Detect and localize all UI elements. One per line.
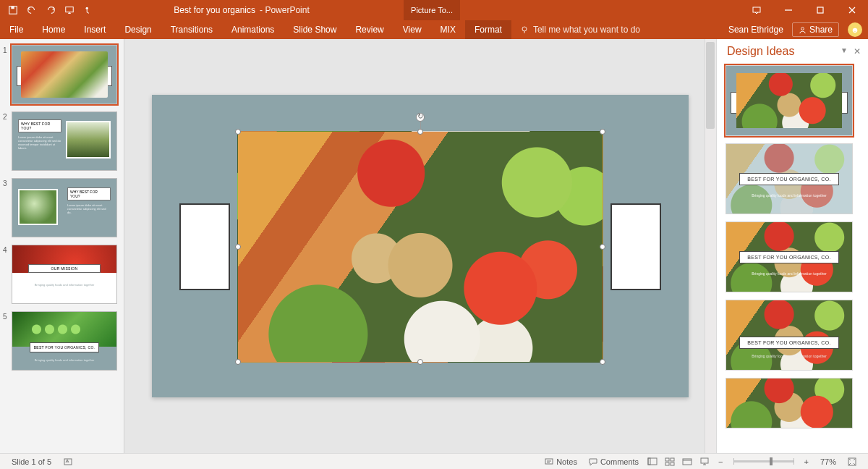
touch-mode-icon[interactable] <box>82 4 94 16</box>
fit-to-window-icon[interactable] <box>842 457 862 466</box>
selected-picture[interactable] <box>237 131 603 363</box>
svg-rect-21 <box>671 462 674 465</box>
slideshow-view-icon[interactable] <box>697 455 712 468</box>
ribbon: File Home Insert Design Transitions Anim… <box>0 20 868 39</box>
svg-rect-24 <box>701 458 708 463</box>
slide-thumbnail-1[interactable] <box>12 45 117 104</box>
spell-check-icon[interactable] <box>57 457 79 467</box>
resize-handle[interactable] <box>600 244 605 250</box>
zoom-in-icon[interactable]: + <box>801 457 812 466</box>
pane-title: Design Ideas <box>727 45 794 58</box>
design-idea-5[interactable] <box>726 378 853 428</box>
design-idea-1[interactable] <box>726 65 853 136</box>
svg-point-9 <box>522 27 527 31</box>
contextual-tab-label: Picture To... <box>404 0 460 20</box>
share-button[interactable]: Share <box>792 22 839 37</box>
tab-mix[interactable]: MIX <box>431 20 465 39</box>
slide-thumbnail-3[interactable]: WHY BEST FOR YOU? Lorem ipsum dolor sit … <box>12 178 117 237</box>
share-icon <box>799 26 807 34</box>
design-ideas-pane: Design Ideas ▼ ✕ BEST FOR YOU ORGANICS, … <box>716 39 868 453</box>
slide-editor[interactable] <box>124 39 716 453</box>
tab-transitions[interactable]: Transitions <box>161 20 222 39</box>
thumb-number: 2 <box>3 111 12 121</box>
present-icon[interactable] <box>64 4 75 16</box>
lightbulb-icon <box>520 25 529 34</box>
slide-thumbnail-5[interactable]: BEST FOR YOU ORGANICS, CO. Bringing qual… <box>12 311 117 371</box>
zoom-level[interactable]: 77% <box>814 457 842 466</box>
slide-thumbnail-4[interactable]: OUR MISSION Bringing quality foods and i… <box>12 245 117 304</box>
resize-handle[interactable] <box>600 129 605 135</box>
text-placeholder-right[interactable] <box>610 203 661 290</box>
slide-sorter-icon[interactable] <box>662 455 678 468</box>
thumb-number: 1 <box>3 45 12 54</box>
normal-view-icon[interactable] <box>644 455 660 468</box>
resize-handle[interactable] <box>600 359 605 365</box>
tab-review[interactable]: Review <box>346 20 393 39</box>
notes-icon <box>545 457 553 466</box>
zoom-out-icon[interactable]: − <box>715 457 726 466</box>
slide-indicator[interactable]: Slide 1 of 5 <box>6 457 57 466</box>
ribbon-display-options-icon[interactable] <box>741 0 773 20</box>
pane-close-icon[interactable]: ✕ <box>854 46 861 56</box>
redo-icon[interactable] <box>45 4 56 16</box>
design-idea-2[interactable]: BEST FOR YOU ORGANICS, CO. Bringing qual… <box>726 143 853 214</box>
maximize-icon[interactable] <box>804 0 836 20</box>
svg-rect-6 <box>817 7 823 13</box>
save-icon[interactable] <box>7 4 19 16</box>
title-bar: Best for you organics - PowerPoint Pictu… <box>0 0 868 20</box>
svg-rect-1 <box>11 7 14 9</box>
resize-handle[interactable] <box>417 359 423 365</box>
tab-design[interactable]: Design <box>115 20 161 39</box>
slide-canvas[interactable] <box>152 95 689 397</box>
svg-rect-16 <box>648 458 657 465</box>
pane-dropdown-icon[interactable]: ▼ <box>841 46 848 56</box>
tell-me-search[interactable]: Tell me what you want to do <box>511 20 649 39</box>
user-avatar[interactable]: ☻ <box>848 22 862 37</box>
tab-home[interactable]: Home <box>33 20 75 39</box>
editor-scrollbar[interactable] <box>705 39 716 453</box>
svg-point-11 <box>801 27 804 30</box>
resize-handle[interactable] <box>235 359 241 365</box>
reading-view-icon[interactable] <box>679 455 695 468</box>
tab-slide-show[interactable]: Slide Show <box>284 20 346 39</box>
tab-file[interactable]: File <box>0 20 33 39</box>
tab-view[interactable]: View <box>393 20 431 39</box>
tab-animations[interactable]: Animations <box>222 20 284 39</box>
text-placeholder-left[interactable] <box>179 203 230 290</box>
resize-handle[interactable] <box>417 129 423 135</box>
svg-rect-19 <box>671 458 674 461</box>
slide-thumbnails-panel[interactable]: 1 2 WHY BEST FOR YOU? Lorem ipsum dolor … <box>0 39 124 453</box>
svg-rect-2 <box>66 7 74 12</box>
resize-handle[interactable] <box>235 129 241 135</box>
undo-icon[interactable] <box>26 4 38 16</box>
comments-icon <box>589 457 597 466</box>
tell-me-placeholder: Tell me what you want to do <box>533 25 640 35</box>
svg-rect-22 <box>683 459 692 465</box>
minimize-icon[interactable] <box>773 0 804 20</box>
close-icon[interactable] <box>836 0 868 20</box>
design-idea-3[interactable]: BEST FOR YOU ORGANICS, CO. Bringing qual… <box>726 221 853 292</box>
tab-insert[interactable]: Insert <box>75 20 115 39</box>
zoom-slider[interactable] <box>733 460 794 462</box>
status-bar: Slide 1 of 5 Notes Comments − + 77% <box>0 453 868 469</box>
user-name[interactable]: Sean Ethridge <box>728 25 783 35</box>
app-name: - PowerPoint <box>260 5 310 15</box>
svg-rect-4 <box>753 7 760 12</box>
thumb-number: 4 <box>3 245 12 254</box>
svg-rect-17 <box>648 458 650 465</box>
svg-rect-20 <box>665 462 669 465</box>
svg-point-3 <box>86 7 89 10</box>
slide-thumbnail-2[interactable]: WHY BEST FOR YOU? Lorem ipsum dolor sit … <box>12 111 117 171</box>
resize-handle[interactable] <box>235 244 241 250</box>
thumb-number: 3 <box>3 178 12 187</box>
document-title: Best for you organics <box>174 5 255 15</box>
design-idea-4[interactable]: BEST FOR YOU ORGANICS, CO. Bringing qual… <box>726 300 853 371</box>
comments-button[interactable]: Comments <box>583 457 644 466</box>
svg-rect-18 <box>665 458 669 461</box>
tab-format[interactable]: Format <box>465 20 511 39</box>
notes-button[interactable]: Notes <box>539 457 583 466</box>
rotate-handle[interactable] <box>416 113 425 122</box>
thumb-number: 5 <box>3 311 12 321</box>
